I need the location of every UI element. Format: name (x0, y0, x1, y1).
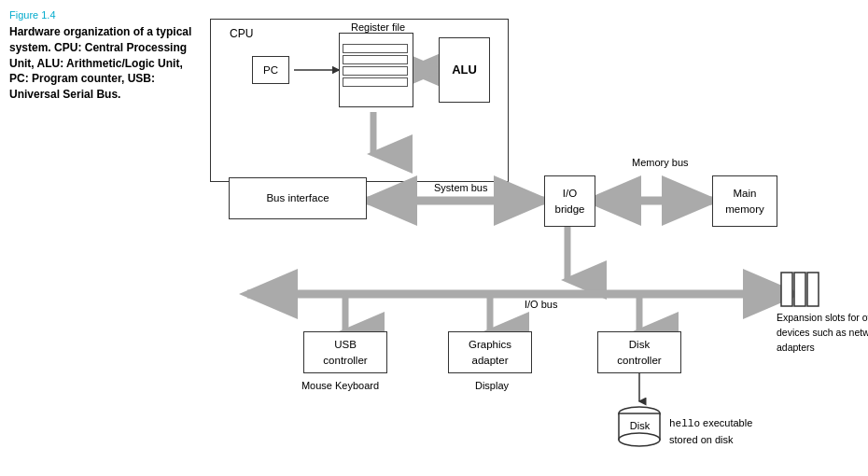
expansion-slots-icon (779, 271, 821, 308)
svg-point-13 (619, 433, 660, 446)
io-bridge-box: I/O bridge (544, 175, 595, 227)
hello-label: hello executablestored on disk (667, 415, 789, 447)
figure-label: Figure 1.4 (9, 9, 196, 21)
usb-controller-box: USB controller (303, 331, 387, 373)
main-memory-box: Main memory (712, 175, 777, 227)
svg-rect-15 (794, 273, 805, 306)
mouse-keyboard-label: Mouse Keyboard (287, 380, 394, 391)
graphics-adapter-box: Graphics adapter (448, 331, 532, 373)
register-file-label: Register file (331, 21, 425, 33)
pc-box: PC (252, 56, 289, 84)
diagram: CPU Register file PC ALU Bus interface I… (201, 5, 854, 471)
alu-box: ALU (439, 37, 490, 103)
display-label: Display (464, 380, 520, 391)
io-bus-label: I/O bus (523, 299, 559, 310)
bus-interface-box: Bus interface (229, 177, 367, 219)
memory-bus-label: Memory bus (630, 157, 691, 168)
svg-rect-16 (807, 273, 819, 306)
system-bus-label: System bus (432, 182, 489, 193)
disk-label: Disk (623, 420, 656, 431)
cpu-label: CPU (228, 27, 255, 40)
disk-controller-box: Disk controller (597, 331, 681, 373)
expansion-slots-label: Expansion slots for other devices such a… (775, 311, 868, 355)
svg-rect-14 (781, 273, 792, 306)
caption-panel: Figure 1.4 Hardware organization of a ty… (9, 9, 196, 106)
caption-title: Hardware organization of a typical syste… (9, 24, 196, 103)
